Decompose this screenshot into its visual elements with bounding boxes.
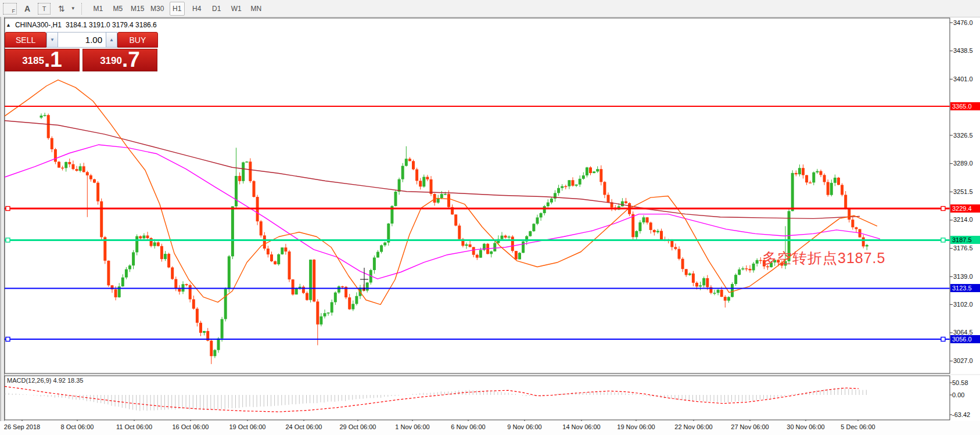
date-tick-label: 11 Oct 06:00 — [116, 423, 152, 430]
date-tick-label: 16 Oct 06:00 — [173, 423, 209, 430]
price-tick-label: 3326.5 — [953, 132, 980, 139]
price-tick-label: 3102.0 — [953, 301, 980, 308]
chart-title: ▲ CHINA300-,H1 3184.1 3191.0 3179.4 3186… — [6, 21, 157, 29]
volume-decrease-stepper[interactable]: ▼ — [46, 32, 58, 48]
date-tick-label: 1 Nov 06:00 — [395, 423, 429, 430]
date-tick-label: 19 Oct 06:00 — [229, 423, 266, 430]
date-tick-label: 22 Nov 06:00 — [674, 423, 712, 430]
price-tick-label: 3139.0 — [953, 273, 980, 280]
symbol-timeframe-label: CHINA300-,H1 — [15, 21, 62, 29]
one-click-trade-panel: SELL ▼ 1.00 ▲ BUY 3185.1 3190.7 — [5, 32, 158, 71]
macd-indicator-label: MACD(12,26,9) 4.92 18.35 — [7, 377, 83, 384]
date-tick-label: 14 Nov 06:00 — [562, 423, 600, 430]
price-level-badge-3365.0: 3365.0 — [950, 102, 980, 110]
macd-tick-label: 0.00 — [952, 391, 980, 398]
buy-button[interactable]: BUY — [117, 32, 158, 48]
ohlc-readout: 3184.1 3191.0 3179.4 3186.6 — [66, 21, 157, 29]
date-tick-label: 29 Oct 06:00 — [340, 423, 376, 430]
price-tick-label: 3214.0 — [953, 216, 980, 223]
price-tick-label: 3251.5 — [953, 188, 980, 195]
date-tick-label: 5 Dec 06:00 — [841, 423, 875, 430]
sell-price-main: 3185 — [22, 52, 44, 70]
price-tick-label: 3476.0 — [953, 19, 980, 26]
price-tick-label: 3176.5 — [953, 245, 980, 251]
date-tick-label: 8 Oct 06:00 — [61, 423, 94, 430]
price-level-badge-3229.4: 3229.4 — [950, 204, 980, 213]
price-tick-label: 3289.0 — [953, 160, 980, 167]
sell-price-button[interactable]: 3185.1 — [5, 49, 80, 71]
date-tick-label: 27 Nov 06:00 — [731, 423, 769, 430]
price-tick-label: 3027.0 — [953, 357, 980, 364]
volume-input[interactable]: 1.00 — [58, 32, 106, 48]
price-level-badge-3187.5: 3187.5 — [950, 236, 980, 244]
volume-increase-stepper[interactable]: ▲ — [106, 32, 117, 48]
date-tick-label: 6 Nov 06:00 — [451, 423, 485, 430]
macd-tick-label: -63.42 — [952, 411, 980, 418]
price-tick-label: 3438.5 — [953, 47, 980, 54]
buy-price-button[interactable]: 3190.7 — [82, 49, 157, 71]
collapse-panel-icon[interactable]: ▲ — [6, 22, 11, 28]
sell-button[interactable]: SELL — [5, 32, 46, 48]
date-tick-label: 24 Oct 06:00 — [286, 423, 322, 430]
time-axis: 26 Sep 20188 Oct 06:0011 Oct 06:0016 Oct… — [0, 421, 980, 435]
date-tick-label: 30 Nov 06:00 — [787, 423, 824, 430]
price-level-badge-3123.5: 3123.5 — [950, 284, 980, 292]
date-tick-label: 26 Sep 2018 — [4, 423, 40, 430]
mt4-window: F A T ⇅ ▼ M1M5M15M30H1H4D1W1MN ▲ CHINA30… — [0, 0, 980, 435]
date-tick-label: 9 Nov 06:00 — [507, 423, 541, 430]
buy-price-main: 3190 — [100, 52, 122, 70]
macd-panel-border — [5, 376, 950, 420]
buy-price-frac: .7 — [122, 50, 140, 70]
macd-tick-label: 50.58 — [952, 379, 980, 386]
turning-point-annotation: 多空转折点3187.5 — [762, 249, 885, 268]
date-tick-label: 19 Nov 06:00 — [617, 423, 655, 430]
price-level-badge-3056.0: 3056.0 — [950, 335, 980, 343]
sell-price-frac: .1 — [44, 50, 62, 70]
price-tick-label: 3401.0 — [953, 76, 980, 82]
